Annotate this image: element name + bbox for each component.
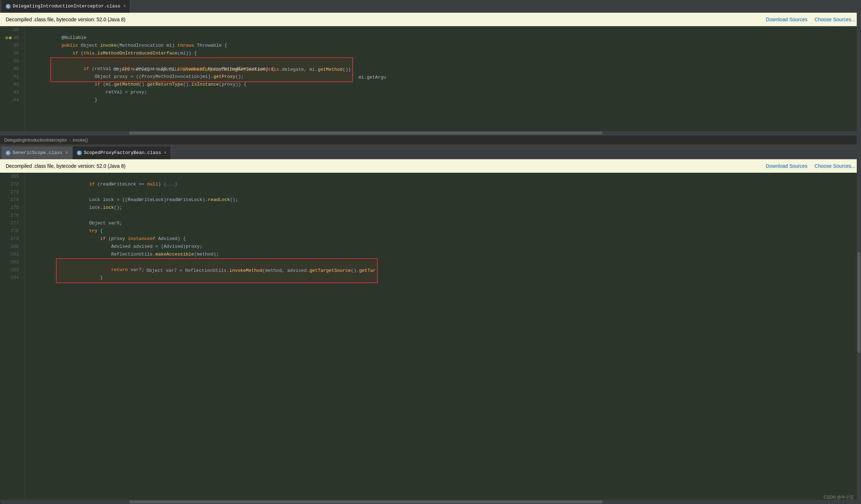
bottom-download-sources-btn[interactable]: Download Sources: [766, 163, 808, 169]
b-code-275: [28, 204, 857, 212]
breadcrumb-sep: ›: [69, 138, 70, 143]
tab-icon-genericscope: C: [6, 150, 11, 155]
top-choose-sources-btn[interactable]: Choose Sources...: [815, 17, 855, 22]
bottom-scrollbar-thumb-h[interactable]: [129, 500, 603, 503]
editor-container: C DelegatingIntroductionInterceptor.clas…: [0, 0, 861, 504]
code-line-35: @Nullable: [28, 26, 857, 34]
tab-delegating[interactable]: C DelegatingIntroductionInterceptor.clas…: [1, 0, 130, 13]
breadcrumb-class: DelegatingIntroductionInterceptor: [4, 138, 67, 143]
tab-icon-scopedproxy: C: [77, 150, 82, 155]
code-line-44: [28, 96, 857, 104]
b-line-280: 280: [3, 243, 22, 251]
bottom-choose-sources-btn[interactable]: Choose Sources...: [815, 163, 855, 169]
top-download-sources-btn[interactable]: Download Sources: [766, 17, 808, 22]
top-gutter: 35 36 37 38 39 40 41 42 43 44: [0, 26, 25, 131]
bottom-code-content: if (readWriteLock == null) {...} Lock lo…: [25, 173, 861, 500]
top-code-area: 35 36 37 38 39 40 41 42 43 44 @Nullable …: [0, 26, 861, 131]
bottom-tab-bar: C GenericScope.class × C ScopedProxyFact…: [0, 147, 861, 159]
bottom-code-area: 265 272 273 274 275 276 277 278 279 280 …: [0, 173, 861, 500]
tab-close-scopedproxy[interactable]: ×: [164, 150, 166, 155]
b-line-273: 273: [3, 188, 22, 196]
b-line-276: 276: [3, 212, 22, 219]
b-code-277: try {: [28, 219, 857, 227]
tab-scopedproxy[interactable]: C ScopedProxyFactoryBean.class ×: [73, 147, 171, 159]
b-line-281: 281: [3, 251, 22, 258]
bottom-scrollbar-h[interactable]: [0, 500, 861, 504]
tab-label-genericscope: GenericScope.class: [13, 150, 62, 155]
tab-label-delegating: DelegatingIntroductionInterceptor.class: [13, 4, 120, 9]
tab-close-delegating[interactable]: ×: [123, 4, 126, 9]
top-notification-actions: Download Sources Choose Sources...: [766, 17, 855, 22]
b-line-275: 275: [3, 204, 22, 212]
top-code-content: @Nullable public Object invoke(MethodInv…: [25, 26, 861, 131]
b-code-276: Object var6;: [28, 212, 857, 219]
b-line-274: 274: [3, 196, 22, 204]
tab-close-genericscope[interactable]: ×: [65, 150, 68, 155]
line-40: 40: [3, 65, 22, 73]
b-code-265: if (readWriteLock == null) {...}: [28, 173, 857, 181]
bottom-scrollbar-v[interactable]: [857, 173, 861, 500]
line-37: 37: [3, 42, 22, 50]
tab-genericscope[interactable]: C GenericScope.class ×: [1, 147, 73, 159]
top-breadcrumb: DelegatingIntroductionInterceptor › invo…: [0, 135, 861, 144]
tab-icon-delegating: C: [6, 4, 11, 9]
b-line-278: 278: [3, 227, 22, 235]
line-38: 38: [3, 50, 22, 57]
code-line-36: public Object invoke(MethodInvocation mi…: [28, 34, 857, 42]
code-line-43: }: [28, 88, 857, 96]
b-line-279: 279: [3, 235, 22, 243]
b-line-277: 277: [3, 219, 22, 227]
top-notification-text: Decompiled .class file, bytecode version…: [6, 17, 126, 22]
b-code-273: Lock lock = ((ReadWriteLock)readWriteLoc…: [28, 188, 857, 196]
line-43: 43: [3, 88, 22, 96]
top-notification-bar: Decompiled .class file, bytecode version…: [0, 13, 861, 26]
breadcrumb-method: invoke(): [73, 138, 88, 143]
line-36: 36: [3, 34, 22, 42]
line-39: 39: [3, 57, 22, 65]
bottom-gutter: 265 272 273 274 275 276 277 278 279 280 …: [0, 173, 25, 500]
top-tab-bar: C DelegatingIntroductionInterceptor.clas…: [0, 0, 861, 13]
bottom-notification-text: Decompiled .class file, bytecode version…: [6, 163, 126, 169]
line-41: 41: [3, 73, 22, 81]
bottom-notification-bar: Decompiled .class file, bytecode version…: [0, 159, 861, 173]
line-35: 35: [3, 26, 22, 34]
line-42: 42: [3, 81, 22, 88]
watermark: CSDN @牛小宝: [823, 494, 854, 500]
top-scrollbar-thumb-h[interactable]: [129, 132, 603, 134]
bottom-section: C GenericScope.class × C ScopedProxyFact…: [0, 147, 861, 504]
b-line-282: 282: [3, 258, 22, 266]
tab-label-scopedproxy: ScopedProxyFactoryBean.class: [84, 150, 161, 155]
b-line-283: 283: [3, 266, 22, 274]
b-line-272: 272: [3, 181, 22, 188]
b-line-265: 265: [3, 173, 22, 181]
b-code-278: if (proxy instanceof Advised) {: [28, 227, 857, 235]
line-44: 44: [3, 96, 22, 104]
top-scrollbar-h[interactable]: [0, 131, 861, 135]
b-line-284: 284: [3, 274, 22, 282]
bottom-notification-actions: Download Sources Choose Sources...: [766, 163, 855, 169]
bottom-scrollbar-thumb-v[interactable]: [857, 252, 860, 353]
